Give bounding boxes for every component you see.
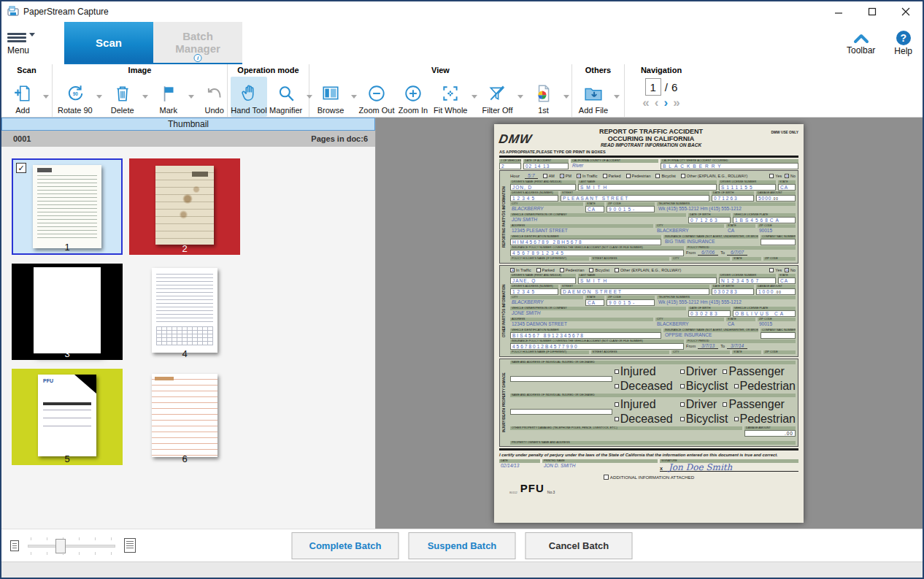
delete-dropdown-arrow[interactable] [141, 77, 150, 117]
thumbnail-number: 1 [13, 242, 121, 253]
thumbnail-5[interactable]: PFU 5 [12, 369, 123, 465]
thumbnail-grid: ✓ 1 2 3 4 PFU [1, 147, 375, 529]
checkbox-in-traffic: In Traffic [577, 174, 598, 178]
viewer-canvas[interactable]: DMW REPORT OF TRAFFIC ACCIDENT OCCURING … [376, 118, 923, 529]
thumbnail-panel-header: Thumbnail [1, 118, 375, 131]
page-number-box[interactable]: 1 [645, 78, 661, 96]
rotate-dropdown-arrow[interactable] [95, 77, 104, 117]
browse-button[interactable]: Browse [312, 77, 349, 117]
section-side-label: REPORTING PARTYÖS INFORMATION [501, 172, 509, 261]
undo-label: Undo [205, 106, 224, 115]
mark-dropdown-arrow[interactable] [187, 77, 196, 117]
add-file-button[interactable]: Add File [575, 77, 612, 117]
checkbox-other: Other (EXPLAIN, E.G., ROLLWAY) [681, 174, 747, 178]
field-value: 030283 [688, 310, 731, 317]
field-label: NAME AND ADDRESS OF INDIVIDUAL INJURED O… [510, 361, 796, 364]
form-code: 80112 [509, 491, 517, 494]
field-value: S111155 [719, 184, 776, 191]
previous-page-button[interactable]: ‹ [655, 96, 659, 110]
toolbar-label: Toolbar [847, 45, 875, 55]
next-page-button[interactable]: › [664, 96, 669, 110]
field-value: CA [726, 228, 755, 234]
zoom-out-button[interactable]: Zoom Out [358, 77, 395, 117]
browse-dropdown-arrow[interactable] [349, 77, 358, 117]
tab-batch-manager[interactable]: Batch Manager i [153, 22, 242, 63]
checkbox-yes: Yes [769, 174, 782, 178]
first-page-color-button[interactable]: 1st [525, 77, 561, 117]
footer-bar: Complete Batch Suspend Batch Cancel Batc… [1, 529, 923, 561]
delete-button[interactable]: Delete [104, 77, 141, 117]
scanned-document: DMW REPORT OF TRAFFIC ACCIDENT OCCURING … [494, 124, 804, 523]
fit-whole-button[interactable]: Fit Whole [431, 77, 469, 117]
field-value: 071263 [712, 195, 754, 202]
filter-off-dropdown-arrow[interactable] [515, 77, 525, 117]
other-party-section: OTHER PARTYÖS INFORMATION In Traffic Par… [499, 265, 798, 357]
section-side-label: INJURY/DEATH PROPERTY DAMAGE [501, 361, 509, 445]
field-value: River [571, 163, 658, 169]
thumbnail-2-page [155, 166, 214, 245]
thumbnail-6[interactable]: 6 [129, 369, 240, 465]
help-button[interactable]: ? Help [894, 31, 912, 56]
checkbox-pm: PM [560, 174, 571, 178]
zoom-in-button[interactable]: Zoom In [395, 77, 431, 117]
field-value: DAEMON STREET [561, 288, 709, 295]
field-label: CITY [671, 350, 730, 354]
add-label: Add [15, 106, 30, 115]
menu-button[interactable]: Menu [1, 22, 64, 64]
toolbar-button[interactable]: Toolbar [847, 31, 875, 55]
thumbnail-4[interactable]: 4 [129, 264, 240, 360]
window-title: PaperStream Capture [23, 7, 109, 17]
field-value: BLACKBERRY [510, 206, 583, 212]
add-button[interactable]: Add [4, 77, 41, 117]
add-file-icon [584, 83, 603, 104]
thumbnail-size-slider[interactable] [28, 536, 115, 555]
first-page-button[interactable]: « [642, 96, 649, 110]
cancel-batch-button[interactable]: Cancel Batch [525, 532, 633, 559]
field-value: CA [726, 321, 755, 328]
thumbnail-1[interactable]: ✓ 1 [12, 158, 123, 255]
field-value: SMITH [578, 277, 717, 284]
page-checkbox[interactable]: ✓ [16, 163, 26, 173]
menu-label: Menu [7, 45, 64, 55]
rotate-90-button[interactable]: 90 Rotate 90 [55, 77, 95, 117]
thumbnail-3[interactable]: 3 [12, 264, 123, 360]
minimize-button[interactable] [822, 2, 855, 21]
filter-off-button[interactable]: Filter Off [479, 77, 515, 117]
tab-scan[interactable]: Scan [64, 22, 153, 63]
field-value: SMITH [578, 184, 717, 191]
thumbnail-panel: Thumbnail 0001 Pages in doc:6 ✓ 1 2 3 [1, 118, 376, 529]
first-page-dropdown-arrow[interactable] [561, 77, 571, 117]
app-icon [7, 6, 19, 18]
checkbox-injured: Injured [615, 398, 673, 411]
thumbnail-2[interactable]: 2 [129, 158, 240, 255]
slider-handle[interactable] [55, 539, 66, 553]
policy-period: From3/7/13 To3/7/14 [686, 343, 796, 349]
first-page-color-icon [534, 83, 553, 104]
last-page-button[interactable]: » [673, 96, 679, 110]
zoom-in-icon [404, 83, 423, 104]
add-dropdown-arrow[interactable] [41, 77, 50, 117]
add-icon [13, 83, 32, 104]
injury-section: INJURY/DEATH PROPERTY DAMAGE NAME AND AD… [499, 358, 798, 447]
close-button[interactable] [889, 2, 923, 21]
add-file-dropdown-arrow[interactable] [612, 77, 621, 117]
field-value: 12345 [510, 195, 558, 202]
hand-tool-button[interactable]: Hand Tool [231, 77, 267, 117]
mark-button[interactable]: Mark [150, 77, 187, 117]
field-label: STREET ADDRESS [591, 257, 670, 261]
maximize-button[interactable] [855, 2, 889, 21]
zoom-out-icon [367, 83, 386, 104]
field-value: OPPSIE INSURANCE [663, 332, 758, 339]
complete-batch-button[interactable]: Complete Batch [292, 532, 399, 559]
thumbnail-number: 2 [129, 243, 240, 254]
group-title: Others [575, 66, 621, 77]
suspend-batch-button[interactable]: Suspend Batch [409, 532, 516, 559]
pfu-logo: PFU [520, 482, 544, 494]
fit-whole-dropdown-arrow[interactable] [469, 77, 479, 117]
field-value: BIG TIME INSURANCE [663, 239, 758, 245]
group-title: View [312, 66, 569, 77]
magnifier-button[interactable]: Magnifier [267, 77, 304, 117]
field-value: CA [585, 299, 604, 306]
hand-tool-icon [239, 83, 258, 104]
checkbox-passenger: Passenger [723, 398, 785, 411]
